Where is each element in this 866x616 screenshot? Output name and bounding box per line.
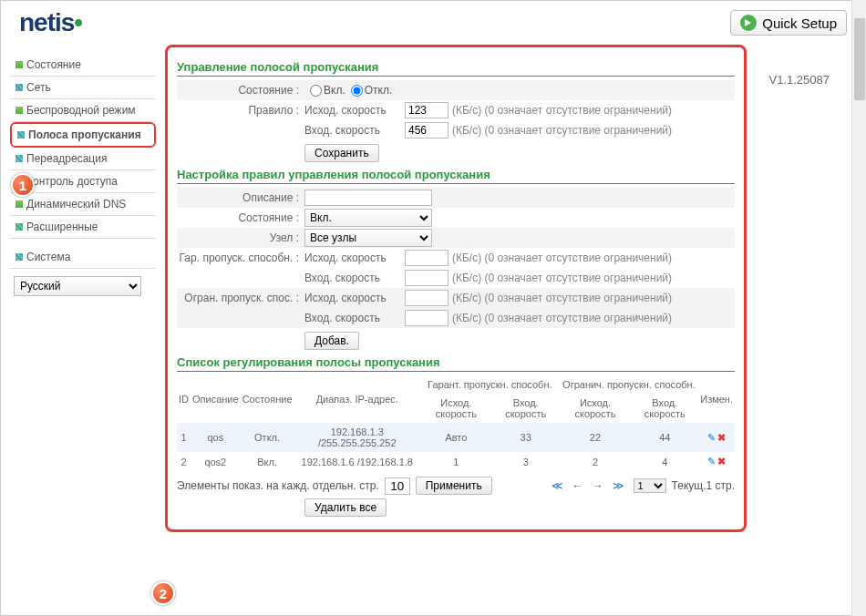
col-limit: Огранич. пропускн. способн. (560, 375, 699, 394)
node-label: Узел : (177, 231, 304, 244)
limit-out-input[interactable] (405, 290, 448, 306)
page-select[interactable]: 1 (634, 478, 666, 493)
table-row: 2 qos2 Вкл. 192.168.1.6 /192.168.1.8 1 3… (177, 452, 735, 471)
col-in: Вход. скорость (492, 394, 560, 423)
unit-hint: (КБ/с) (0 означает отсутствие ограничени… (452, 252, 672, 264)
limit-in-input[interactable] (405, 310, 448, 326)
col-in: Вход. скорость (631, 394, 698, 423)
cell-gout: 1 (420, 452, 492, 471)
node-select[interactable]: Все узлы (304, 229, 432, 247)
state-select[interactable]: Вкл. (304, 209, 432, 227)
bullet-icon (17, 131, 25, 139)
quick-setup-label: Quick Setup (762, 15, 837, 31)
bullet-icon (15, 61, 23, 68)
state-on-radio[interactable] (310, 85, 322, 97)
delete-all-button[interactable]: Удалить все (304, 498, 387, 517)
cell-gin: 33 (492, 423, 560, 452)
save-button[interactable]: Сохранить (304, 144, 379, 162)
scrollbar[interactable] (851, 0, 866, 616)
annotation-callout-1: 1 (11, 173, 35, 197)
pencil-icon[interactable]: ✎ (707, 456, 716, 467)
col-ip: Диапаз. IP-адрес. (294, 375, 421, 423)
sidebar-item-ddns[interactable]: Динамический DNS (10, 193, 156, 216)
cell-gout: Авто (420, 423, 492, 452)
apply-button[interactable]: Применить (416, 477, 492, 495)
pager-prev-icon[interactable]: ← (572, 479, 587, 492)
add-button[interactable]: Добав. (304, 332, 359, 350)
sidebar-item-advanced[interactable]: Расширенные (10, 216, 156, 239)
sidebar-item-forwarding[interactable]: Переадресация (10, 148, 156, 170)
delete-icon[interactable]: ✖ (717, 456, 726, 467)
sidebar-item-label: Переадресация (26, 152, 107, 165)
sidebar-item-network[interactable]: Сеть (10, 77, 156, 99)
in-speed-label: Вход. скорость (304, 272, 405, 284)
cell-lin: 4 (631, 452, 698, 471)
sidebar-item-wireless[interactable]: Беспроводной режим (10, 99, 156, 122)
pager-first-icon[interactable]: ≪ (552, 479, 567, 492)
sidebar-item-label: Контроль доступа (26, 175, 118, 188)
cell-id: 2 (177, 452, 191, 471)
in-speed-label: Вход. скорость (304, 124, 405, 137)
unit-hint: (КБ/с) (0 означает отсутствие ограничени… (452, 312, 672, 324)
desc-label: Описание : (177, 191, 304, 204)
bullet-icon (15, 223, 23, 231)
col-out: Исход. скорость (560, 394, 632, 423)
out-speed-label: Исход. скорость (304, 292, 405, 304)
guar-out-input[interactable] (405, 250, 448, 266)
pager: Элементы показ. на кажд. отдельн. стр. П… (177, 477, 735, 495)
content-panel: Управление полосой пропускания Состояние… (165, 45, 747, 532)
cell-ip: 192.168.1.3 /255.255.255.252 (294, 423, 421, 452)
state2-label: Состояние : (177, 211, 304, 224)
section3-title: Список регулирования полосы пропускания (177, 355, 735, 372)
guaranteed-label: Гар. пропуск. способн. : (177, 252, 304, 264)
sidebar-item-system[interactable]: Система (10, 246, 156, 269)
scrollbar-thumb[interactable] (854, 18, 865, 100)
cell-state: Откл. (241, 423, 294, 452)
state-off-radio[interactable] (351, 85, 363, 97)
in-speed-input[interactable] (405, 122, 448, 139)
guar-in-input[interactable] (405, 270, 448, 286)
bullet-icon (15, 155, 23, 162)
col-edit: Измен. (698, 375, 735, 423)
play-icon (740, 15, 757, 31)
sidebar-item-label: Состояние (26, 58, 81, 71)
unit-hint: (КБ/с) (0 означает отсутствие ограничени… (452, 104, 672, 117)
cell-lout: 2 (560, 452, 632, 471)
cell-desc: qos (191, 423, 241, 452)
out-speed-label: Исход. скорость (304, 104, 405, 117)
sidebar-item-label: Беспроводной режим (26, 104, 136, 117)
language-select[interactable]: Русский (14, 276, 141, 296)
radio-label: Вкл. (324, 84, 345, 97)
radio-label: Откл. (365, 84, 393, 97)
section1-title: Управление полосой пропускания (177, 60, 735, 77)
in-speed-label: Вход. скорость (304, 312, 405, 324)
delete-icon[interactable]: ✖ (717, 432, 726, 443)
quick-setup-button[interactable]: Quick Setup (730, 10, 847, 36)
cell-gin: 3 (492, 452, 560, 471)
sidebar-item-label: Расширенные (26, 221, 98, 233)
bullet-icon (15, 200, 23, 208)
cell-lout: 22 (560, 423, 632, 452)
table-row: 1 qos Откл. 192.168.1.3 /255.255.255.252… (177, 423, 735, 452)
per-page-input[interactable] (385, 477, 410, 495)
sidebar-item-bandwidth[interactable]: Полоса пропускания (10, 122, 156, 148)
col-id: ID (177, 375, 191, 423)
desc-input[interactable] (304, 190, 432, 206)
annotation-callout-2: 2 (151, 581, 175, 605)
unit-hint: (КБ/с) (0 означает отсутствие ограничени… (452, 124, 672, 137)
sidebar-item-label: Система (26, 251, 70, 263)
bullet-icon (15, 107, 23, 114)
rule-label: Правило : (177, 104, 304, 117)
bullet-icon (15, 84, 23, 91)
current-page-label: Текущ.1 стр. (672, 479, 735, 492)
col-guaranteed: Гарант. пропускн. способн. (420, 375, 560, 394)
out-speed-input[interactable] (405, 102, 448, 118)
pager-last-icon[interactable]: ≫ (613, 479, 628, 492)
limit-label: Огран. пропуск. спос. : (177, 292, 304, 304)
pager-next-icon[interactable]: → (593, 479, 607, 492)
cell-ip: 192.168.1.6 /192.168.1.8 (294, 452, 421, 471)
cell-state: Вкл. (241, 452, 294, 471)
sidebar: Состояние Сеть Беспроводной режим Полоса… (1, 45, 156, 615)
pencil-icon[interactable]: ✎ (707, 432, 716, 443)
sidebar-item-status[interactable]: Состояние (10, 54, 156, 77)
